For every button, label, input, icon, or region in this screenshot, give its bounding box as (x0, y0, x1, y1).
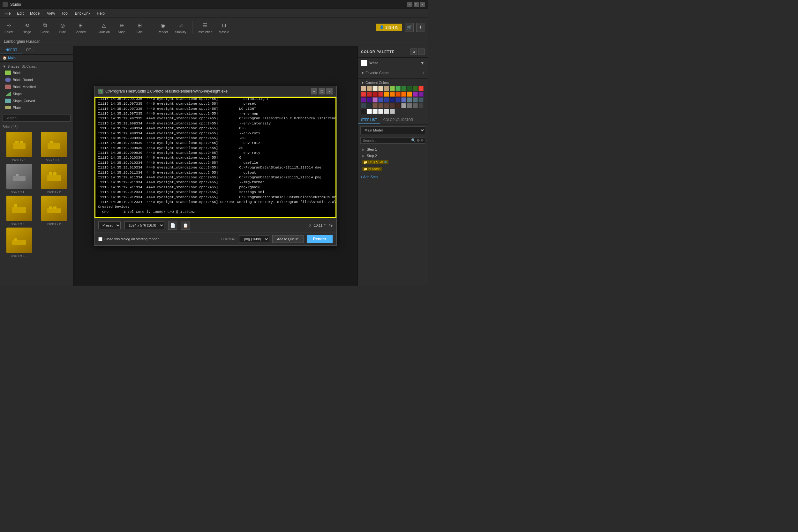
toolbar-hide[interactable]: ◎ Hide (56, 21, 69, 34)
color-dot[interactable] (361, 109, 366, 114)
color-dot[interactable] (413, 103, 418, 108)
step-item-2[interactable]: ▶ Step 2 (360, 153, 425, 159)
toolbar-snap[interactable]: ⊕ Snap (115, 21, 128, 34)
subtab-main[interactable]: 🏠 Main (0, 55, 73, 62)
list-item[interactable]: Brick 1 x 2 (38, 196, 71, 226)
download-button[interactable]: ⬇ (416, 23, 425, 32)
color-dot[interactable] (396, 97, 401, 102)
toolbar-select[interactable]: ⊹ Select (3, 21, 15, 34)
menu-edit[interactable]: Edit (14, 10, 27, 17)
color-dot[interactable] (378, 97, 383, 102)
color-dot[interactable] (367, 103, 372, 108)
color-dot[interactable] (367, 92, 372, 97)
add-step-btn[interactable]: + Add Step (358, 174, 428, 180)
dialog-close-btn[interactable]: × (326, 88, 332, 94)
color-dot[interactable] (413, 97, 418, 102)
color-dot[interactable] (384, 109, 389, 114)
content-colors-header[interactable]: ▼ Content Colors (361, 81, 424, 84)
color-dot[interactable] (401, 86, 406, 91)
tab-step-list[interactable]: STEP LIST (358, 116, 380, 124)
shapes-header[interactable]: ▼ Shapes BL Categ... (3, 63, 71, 69)
shape-plate[interactable]: Plate (3, 104, 71, 111)
format-select[interactable]: .png (16bit) (239, 235, 269, 243)
close-button[interactable]: × (420, 2, 425, 7)
color-dot[interactable] (378, 109, 383, 114)
color-dot[interactable] (361, 86, 366, 91)
color-dot[interactable] (384, 97, 389, 102)
color-dot[interactable] (384, 86, 389, 91)
minimize-button[interactable]: − (407, 2, 413, 7)
color-dropdown-btn[interactable]: ▼ (420, 61, 424, 65)
color-dot[interactable] (361, 92, 366, 97)
menu-tool[interactable]: Tool (58, 10, 72, 17)
color-dot[interactable] (378, 92, 383, 97)
cart-button[interactable]: 🛒 (405, 23, 414, 32)
color-dot[interactable] (407, 103, 412, 108)
step-search-input[interactable] (363, 138, 411, 142)
color-dot[interactable] (413, 86, 418, 91)
step-item-folder-2[interactable]: 📁 Huracán (360, 166, 425, 172)
color-dot[interactable] (361, 97, 366, 102)
toolbar-clone[interactable]: ⧉ Clone (38, 21, 51, 34)
color-dot[interactable] (384, 92, 389, 97)
menu-model[interactable]: Model (27, 10, 44, 17)
list-item[interactable]: Brick 1 x 2 (38, 164, 71, 194)
palette-filter-btn[interactable]: ⚙ (411, 49, 417, 55)
color-dot[interactable] (373, 86, 378, 91)
dialog-maximize-btn[interactable]: □ (319, 88, 325, 94)
toolbar-mosaic[interactable]: ⊡ Mosaic (217, 21, 230, 34)
color-dot[interactable] (418, 92, 423, 97)
color-dot[interactable] (396, 103, 401, 108)
toolbar-render[interactable]: ◉ Render (156, 21, 169, 34)
resolution-select[interactable]: 1024 x 576 (16:9) (125, 222, 165, 229)
color-dot[interactable] (390, 97, 395, 102)
preset-select[interactable]: Preset (98, 222, 121, 229)
add-favorite-btn[interactable]: + (422, 70, 424, 75)
color-dot[interactable] (361, 103, 366, 108)
toolbar-connect[interactable]: ⊞ Connect (74, 21, 87, 34)
shape-brick[interactable]: Brick (3, 69, 71, 76)
step-item-folder-1[interactable]: 📁 Urus ST-X 👁 (360, 159, 425, 166)
shape-brick-modified[interactable]: Brick, Modified (3, 83, 71, 90)
color-dot[interactable] (418, 97, 423, 102)
tab-replace[interactable]: RE... (22, 46, 38, 54)
menu-view[interactable]: View (44, 10, 58, 17)
color-dot[interactable] (378, 86, 383, 91)
toolbar-collision[interactable]: △ Collision (97, 21, 110, 34)
list-item[interactable]: Brick 1 x 1 (3, 132, 36, 162)
render-icon-btn-1[interactable]: 📄 (168, 221, 177, 230)
color-dot[interactable] (401, 92, 406, 97)
tab-color-validator[interactable]: COLOR VALIDATOR (380, 116, 416, 124)
color-dot[interactable] (401, 97, 406, 102)
color-dot[interactable] (407, 97, 412, 102)
color-dot[interactable] (396, 92, 401, 97)
color-dot[interactable] (390, 92, 395, 97)
color-dot[interactable] (407, 92, 412, 97)
color-dot[interactable] (373, 109, 378, 114)
maximize-button[interactable]: □ (414, 2, 419, 7)
brick-search-input[interactable] (3, 115, 71, 121)
color-dot[interactable] (373, 103, 378, 108)
color-dot[interactable] (418, 103, 423, 108)
color-dot[interactable] (396, 86, 401, 91)
list-item[interactable]: Brick 1 x 2 ... (3, 196, 36, 226)
color-dot[interactable] (367, 86, 372, 91)
step-item-1[interactable]: ▶ Step 1 (360, 146, 425, 153)
close-on-render-checkbox[interactable] (98, 237, 102, 241)
color-dot[interactable] (373, 92, 378, 97)
model-select[interactable]: Main Model (360, 126, 425, 134)
menu-help[interactable]: Help (94, 10, 108, 17)
color-dot[interactable] (373, 97, 378, 102)
close-on-render-label[interactable]: Close this dialog on starting render (98, 237, 159, 241)
color-dot[interactable] (401, 103, 406, 108)
color-dot[interactable] (390, 86, 395, 91)
favorite-colors-header[interactable]: ▼ Favorite Colors + (361, 70, 424, 75)
render-icon-btn-2[interactable]: 📋 (181, 221, 190, 230)
list-item[interactable]: Brick 1 x 2 ... (3, 228, 36, 258)
color-dot[interactable] (413, 92, 418, 97)
palette-settings-btn[interactable]: ☰ (418, 49, 424, 55)
color-dot[interactable] (367, 97, 372, 102)
toolbar-stability[interactable]: ⊿ Stability (174, 21, 187, 34)
color-dot[interactable] (418, 86, 423, 91)
render-button[interactable]: Render (307, 235, 332, 243)
